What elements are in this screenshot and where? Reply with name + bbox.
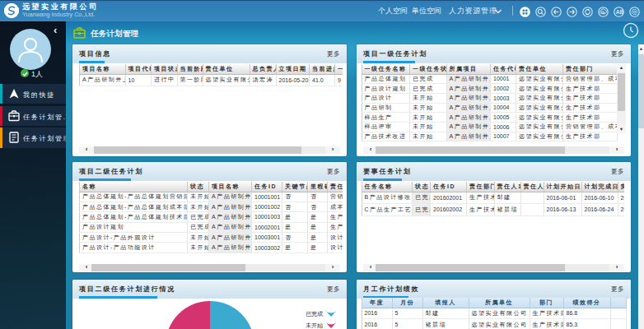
svg-text:AB: AB [616, 9, 624, 15]
